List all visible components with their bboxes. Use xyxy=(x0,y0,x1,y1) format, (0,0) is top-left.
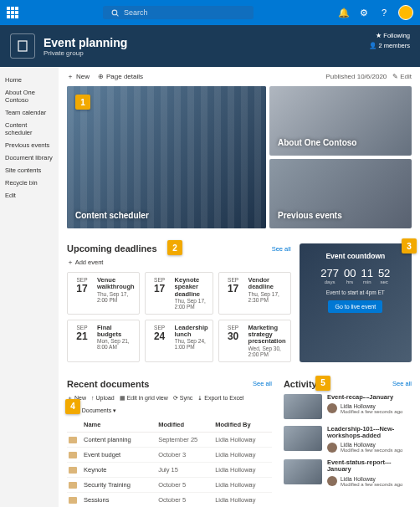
left-nav: Home About One Contoso Team calendar Con… xyxy=(0,67,59,507)
settings-icon[interactable]: ⚙ xyxy=(358,7,370,18)
countdown-item: 11min xyxy=(361,267,372,284)
col-modified[interactable]: Modified xyxy=(156,417,213,433)
suite-actions: 🔔 ⚙ ? xyxy=(338,5,413,20)
countdown-item: 277days xyxy=(320,267,339,284)
event-card[interactable]: SEP24Leadership lunchThu, Sep 24, 1:00 P… xyxy=(145,320,213,362)
follow-button[interactable]: ★ Following xyxy=(369,32,410,39)
notifications-icon[interactable]: 🔔 xyxy=(338,7,350,18)
col-name[interactable]: Name xyxy=(82,417,156,433)
doc-sync[interactable]: ⟳ Sync xyxy=(173,394,193,402)
author-avatar xyxy=(327,443,337,453)
callout-4: 4 xyxy=(65,399,80,414)
go-live-button[interactable]: Go to live event xyxy=(328,300,382,313)
docs-title: Recent documents xyxy=(67,379,149,389)
new-button[interactable]: ＋ New xyxy=(67,72,90,81)
callout-3: 3 xyxy=(402,238,417,254)
site-subtitle: Private group xyxy=(44,49,127,57)
site-logo[interactable] xyxy=(10,33,35,59)
nav-edit[interactable]: Edit xyxy=(3,189,55,202)
folder-icon xyxy=(69,482,77,489)
nav-calendar[interactable]: Team calendar xyxy=(3,106,55,119)
activity-card[interactable]: Leadership-101---New-workshops-addedLidi… xyxy=(284,426,412,453)
nav-contents[interactable]: Site contents xyxy=(3,164,55,177)
app-launcher-icon[interactable] xyxy=(7,7,18,18)
table-row[interactable]: Content planningSeptember 25Lidia Hollow… xyxy=(67,432,272,447)
event-card[interactable]: SEP17Vendor deadlineThu, Sep 17, 2:30 PM xyxy=(218,272,291,315)
folder-icon xyxy=(69,437,77,443)
search-icon xyxy=(111,9,119,17)
folder-icon xyxy=(69,452,77,458)
search-box[interactable]: Search xyxy=(103,6,254,19)
hero-caption: Content scheduler xyxy=(75,211,149,220)
countdown-item: 52sec xyxy=(378,267,390,284)
table-row[interactable]: Event budgetOctober 3Lidia Holloway xyxy=(67,447,272,462)
folder-icon xyxy=(69,467,77,474)
search-placeholder: Search xyxy=(124,8,148,17)
doc-export[interactable]: ⤓ Export to Excel xyxy=(197,394,243,402)
nav-home[interactable]: Home xyxy=(3,74,55,86)
doc-upload[interactable]: ↑ Upload xyxy=(91,394,115,402)
event-card[interactable]: SEP21Final budgetsMon, Sep 21, 8:00 AM xyxy=(67,320,140,362)
members-link[interactable]: 👤 2 members xyxy=(369,42,410,49)
activity-see-all[interactable]: See all xyxy=(392,380,412,387)
activity-thumb xyxy=(284,394,322,419)
upcoming-title: Upcoming deadlines xyxy=(67,243,157,254)
activity-thumb xyxy=(284,426,322,451)
folder-icon xyxy=(69,497,77,504)
doc-toolbar: ＋ New ↑ Upload ▦ Edit in grid view ⟳ Syn… xyxy=(67,394,272,414)
recent-documents: 4 Recent documents See all ＋ New ↑ Uploa… xyxy=(67,379,272,508)
callout-2: 2 xyxy=(167,240,182,255)
hero-caption: Previous events xyxy=(278,211,342,220)
svg-point-0 xyxy=(112,10,117,15)
table-row[interactable]: KeynoteJuly 15Lidia Holloway xyxy=(67,462,272,477)
callout-5: 5 xyxy=(315,376,330,391)
docs-see-all[interactable]: See all xyxy=(253,380,272,387)
help-icon[interactable]: ? xyxy=(378,7,390,18)
nav-recycle[interactable]: Recycle bin xyxy=(3,177,55,189)
event-card[interactable]: SEP17Venue walkthroughThu, Sep 17, 2:00 … xyxy=(67,272,140,315)
countdown-item: 00hrs xyxy=(344,267,356,284)
svg-line-1 xyxy=(116,14,118,16)
main-content: ＋ New ⊕ Page details Published 10/6/2020… xyxy=(59,67,420,507)
published-label: Published 10/6/2020 xyxy=(325,73,387,80)
event-card[interactable]: SEP30Marketing strategy presentationWed,… xyxy=(218,320,291,362)
hero-tile-about[interactable]: About One Contoso xyxy=(269,86,412,156)
activity-card[interactable]: Event-status-report---JanuaryLidia Hollo… xyxy=(284,459,412,487)
col-modifiedby[interactable]: Modified By xyxy=(213,417,272,433)
countdown-subtitle: Event to start at 4pm ET xyxy=(308,289,403,295)
activity-webpart: 5 Activity See all Event-recap---January… xyxy=(284,379,412,508)
table-row[interactable]: Security TrainingOctober 5Lidia Holloway xyxy=(67,477,272,492)
hero-webpart: 1 Content scheduler About One Contoso Pr… xyxy=(67,86,412,228)
nav-previous[interactable]: Previous events xyxy=(3,139,55,151)
svg-rect-2 xyxy=(18,41,27,51)
activity-title: Activity xyxy=(284,379,317,389)
countdown-title: Event countdown xyxy=(308,252,403,260)
doc-table: Name Modified Modified By Content planni… xyxy=(67,417,272,508)
hero-tile-previous[interactable]: Previous events xyxy=(269,159,412,228)
suite-header: Search 🔔 ⚙ ? xyxy=(0,0,420,25)
activity-card[interactable]: Event-recap---JanuaryLidia HollowayModif… xyxy=(284,394,412,419)
doc-gridview[interactable]: ▦ Edit in grid view xyxy=(120,394,168,402)
activity-thumb xyxy=(284,459,322,484)
event-card[interactable]: SEP17Keynote speaker deadlineThu, Sep 17… xyxy=(145,272,213,315)
user-avatar[interactable] xyxy=(398,5,413,20)
upcoming-see-all[interactable]: See all xyxy=(272,245,291,253)
building-icon xyxy=(16,39,29,53)
page-details-button[interactable]: ⊕ Page details xyxy=(98,73,143,80)
author-avatar xyxy=(327,476,337,486)
nav-documents[interactable]: Document library xyxy=(3,151,55,164)
site-header: Event planning Private group ★ Following… xyxy=(0,25,420,67)
countdown-webpart: 3 Event countdown 277days00hrs11min52sec… xyxy=(300,243,412,362)
upcoming-events: 2 Upcoming deadlines See all ＋ Add event… xyxy=(67,243,291,362)
nav-scheduler[interactable]: Content scheduler xyxy=(3,119,55,139)
nav-about[interactable]: About One Contoso xyxy=(3,86,55,106)
edit-button[interactable]: Edit xyxy=(400,73,412,80)
hero-tile-scheduler[interactable]: Content scheduler xyxy=(67,86,266,228)
add-event-button[interactable]: ＋ Add event xyxy=(67,259,291,267)
author-avatar xyxy=(327,403,337,413)
site-title: Event planning xyxy=(44,36,127,49)
command-bar: ＋ New ⊕ Page details Published 10/6/2020… xyxy=(67,72,412,81)
hero-caption: About One Contoso xyxy=(278,138,356,147)
callout-1: 1 xyxy=(75,95,90,110)
table-row[interactable]: SessionsOctober 5Lidia Holloway xyxy=(67,492,272,507)
